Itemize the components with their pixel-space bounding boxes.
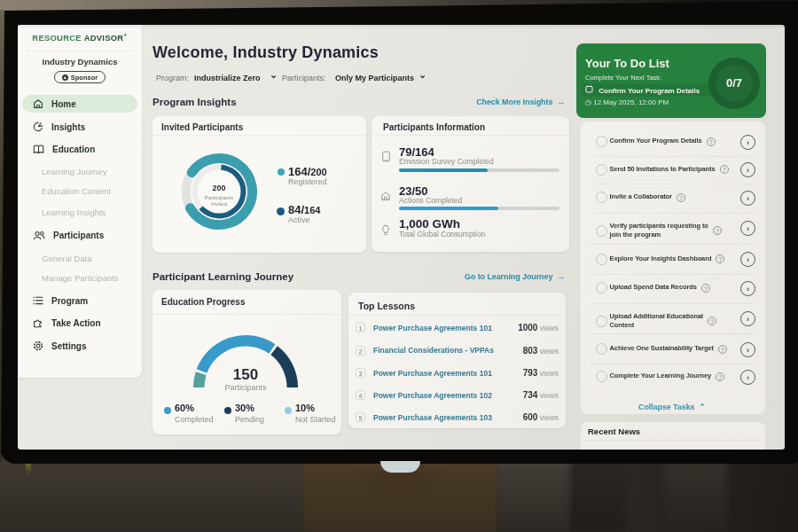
svg-text:200: 200 [212, 184, 225, 192]
svg-text:Invited: Invited [211, 200, 228, 207]
svg-text:Participants: Participants [205, 194, 233, 200]
